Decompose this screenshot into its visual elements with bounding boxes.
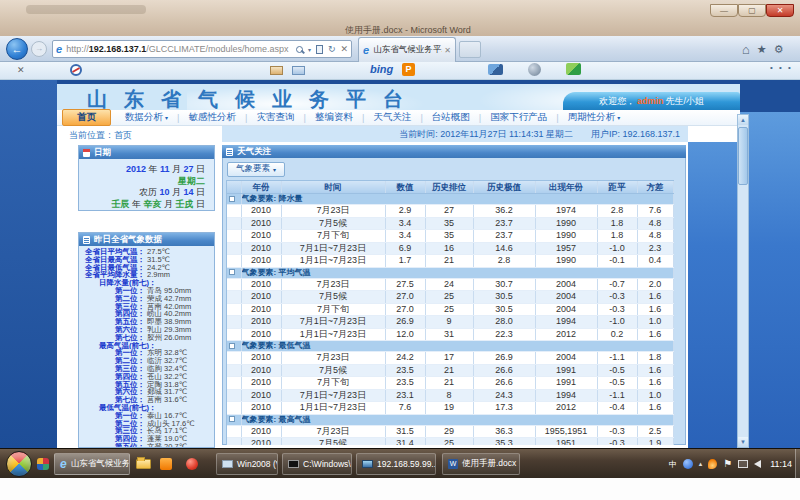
browser-tab[interactable]: e 山东省气候业务平... ✕ bbox=[358, 37, 456, 62]
table-cell: 30.5 bbox=[473, 291, 535, 304]
table-cell: -0.5 bbox=[597, 377, 637, 390]
group-row[interactable]: 气象要素: 最低气温 bbox=[227, 341, 673, 352]
nav-item-8[interactable]: 周期性分析▾ bbox=[559, 111, 630, 124]
home-icon[interactable]: ⌂ bbox=[742, 42, 750, 57]
close-button[interactable]: ✕ bbox=[766, 4, 794, 17]
breadcrumb-row: 当前位置：首页 当前时间: 2012年11月27日 11:14:31 星期二 用… bbox=[57, 126, 740, 142]
table-cell: 7月23日 bbox=[281, 278, 385, 291]
task-label: Win2008 (VS2... bbox=[237, 459, 278, 469]
weather-row: 第七位：莒南 31.6℃ bbox=[79, 396, 214, 404]
nav-item-2[interactable]: 敏感性分析 bbox=[179, 111, 245, 124]
table-cell: 8 bbox=[425, 389, 473, 402]
nav-item-3[interactable]: 灾害查询 bbox=[247, 111, 303, 124]
table-cell: 30.5 bbox=[473, 303, 535, 316]
app-orange-icon[interactable] bbox=[160, 458, 172, 470]
group-row[interactable]: 气象要素: 降水量 bbox=[227, 194, 673, 205]
table-cell: -0.7 bbox=[597, 278, 637, 291]
app-red-icon[interactable] bbox=[186, 458, 198, 470]
back-button[interactable]: ← bbox=[6, 38, 28, 60]
new-tab-button[interactable] bbox=[459, 41, 481, 58]
tray-flame-icon[interactable] bbox=[708, 459, 717, 469]
table-cell: 2010 bbox=[241, 291, 281, 304]
table-cell: 7月5候 bbox=[281, 364, 385, 377]
gear-icon[interactable]: ⚙ bbox=[774, 43, 784, 56]
service-icon-2[interactable] bbox=[528, 63, 541, 76]
nav-item-7[interactable]: 国家下行产品 bbox=[481, 111, 556, 124]
weather-row: 第四位：苍山 32.2℃ bbox=[79, 373, 214, 381]
stop-icon[interactable]: ✕ bbox=[340, 44, 348, 54]
table-cell: 2010 bbox=[241, 205, 281, 218]
checkbox[interactable] bbox=[229, 269, 235, 275]
scroll-up-arrow[interactable]: ▲ bbox=[738, 115, 748, 125]
ime-indicator[interactable]: 中 bbox=[669, 459, 677, 470]
bing-badge-icon[interactable]: P bbox=[402, 63, 415, 76]
table-cell: 27.5 bbox=[385, 278, 425, 291]
nav-item-0[interactable]: 首页 bbox=[62, 109, 111, 126]
checkbox[interactable] bbox=[229, 343, 235, 349]
checkbox[interactable] bbox=[229, 196, 235, 202]
table-row: 20101月1日~7月23日1.7212.81990-0.10.4 bbox=[227, 255, 673, 268]
table-cell: 7月1日~7月23日 bbox=[281, 242, 385, 255]
nav-item-1[interactable]: 数据分析▾ bbox=[116, 111, 177, 124]
maximize-button[interactable]: ▢ bbox=[738, 4, 766, 17]
envelope-icon[interactable] bbox=[292, 66, 305, 75]
service-icon-1[interactable] bbox=[488, 64, 503, 75]
nav-item-5[interactable]: 天气关注 bbox=[364, 111, 420, 124]
volume-icon[interactable] bbox=[754, 460, 761, 468]
overflow-dots-icon[interactable]: • • • bbox=[770, 63, 793, 72]
tray-blue-icon[interactable] bbox=[683, 459, 693, 469]
weather-row: 第一位：泰山 16.7℃ bbox=[79, 412, 214, 420]
start-button[interactable] bbox=[6, 451, 32, 477]
table-cell: 7.6 bbox=[637, 205, 673, 218]
nav-item-6[interactable]: 台站概图 bbox=[423, 111, 479, 124]
address-bar[interactable]: e http://192.168.137.1/GLCCLIMATE/module… bbox=[52, 40, 352, 58]
minimize-button[interactable]: — bbox=[710, 4, 738, 17]
tray-chevron-icon[interactable]: ▴ bbox=[699, 460, 703, 468]
refresh-icon[interactable]: ↻ bbox=[328, 44, 336, 54]
tab-close-icon[interactable]: ✕ bbox=[444, 46, 451, 55]
column-header: 历史排位 bbox=[425, 181, 473, 194]
show-desktop-button[interactable] bbox=[795, 449, 800, 479]
table-cell: 35.3 bbox=[473, 438, 535, 446]
weather-row: 第六位：乳山 29.3mm bbox=[79, 326, 214, 334]
page-scrollbar[interactable]: ▲ ▼ bbox=[737, 114, 749, 448]
element-dropdown-button[interactable]: 气象要素 ▾ bbox=[227, 162, 285, 177]
table-cell: 16 bbox=[425, 242, 473, 255]
favorites-star-icon[interactable]: ★ bbox=[757, 43, 767, 56]
mail-icon[interactable] bbox=[270, 66, 283, 75]
network-icon[interactable] bbox=[738, 460, 748, 468]
group-row[interactable]: 气象要素: 平均气温 bbox=[227, 267, 673, 278]
clock[interactable]: 11:14 bbox=[770, 459, 792, 469]
action-center-flag-icon[interactable]: ⚑ bbox=[723, 459, 732, 469]
search-icon[interactable] bbox=[296, 46, 303, 53]
forward-button[interactable]: → bbox=[31, 41, 47, 57]
taskbar-task-0[interactable]: e山东省气候业务... bbox=[54, 453, 130, 475]
scroll-down-arrow[interactable]: ▼ bbox=[738, 437, 748, 447]
bing-logo[interactable]: bing bbox=[370, 63, 393, 75]
weather-row: 第一位：东明 32.8℃ bbox=[79, 349, 214, 357]
table-cell: 2012 bbox=[535, 328, 597, 341]
weather-section-title: 日降水量(前七)： bbox=[79, 279, 214, 287]
taskbar-task-1[interactable]: Win2008 (VS2... bbox=[216, 453, 278, 475]
taskbar-task-3[interactable]: 192.168.59.99... bbox=[356, 453, 436, 475]
weather-section-title: 最低气温(前七)： bbox=[79, 404, 214, 412]
taskbar-task-4[interactable]: W使用手册.docx .. bbox=[442, 453, 520, 475]
group-row[interactable]: 气象要素: 最高气温 bbox=[227, 414, 673, 425]
pane-close-icon[interactable]: ✕ bbox=[17, 65, 25, 75]
chevron-down-icon[interactable]: ▾ bbox=[308, 46, 311, 53]
table-row: 20101月1日~7月23日12.03122.320120.21.6 bbox=[227, 328, 673, 341]
quick-launch-icon[interactable] bbox=[37, 458, 49, 470]
table-cell: -0.3 bbox=[597, 425, 637, 438]
table-cell: 2.8 bbox=[597, 205, 637, 218]
column-header: 出现年份 bbox=[535, 181, 597, 194]
table-cell: 1.8 bbox=[597, 217, 637, 230]
nav-item-4[interactable]: 整编资料 bbox=[306, 111, 362, 124]
scrollbar-thumb[interactable] bbox=[738, 127, 748, 185]
table-cell: 1.8 bbox=[637, 352, 673, 365]
checkbox[interactable] bbox=[229, 416, 235, 422]
service-icon-3[interactable] bbox=[566, 63, 581, 75]
folder-icon[interactable] bbox=[136, 459, 151, 469]
compatibility-view-icon[interactable] bbox=[316, 45, 323, 54]
addon-blocked-icon[interactable] bbox=[70, 64, 82, 76]
taskbar-task-2[interactable]: C:\Windows\s... bbox=[282, 453, 352, 475]
